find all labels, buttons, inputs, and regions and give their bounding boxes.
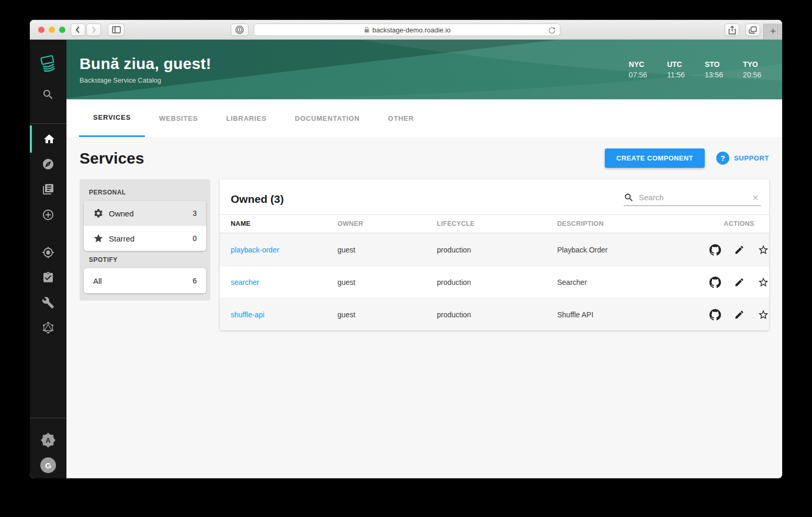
greeting-subtitle: Backstage Service Catalog bbox=[80, 76, 211, 84]
star-border-icon[interactable] bbox=[758, 309, 769, 320]
sidebar-item-home[interactable] bbox=[30, 125, 66, 153]
sidebar-item-docs[interactable] bbox=[30, 177, 66, 202]
category-tabbar: SERVICES WEBSITES LIBRARIES DOCUMENTATIO… bbox=[66, 99, 782, 137]
column-actions: ACTIONS bbox=[709, 220, 769, 227]
tab-documentation[interactable]: DOCUMENTATION bbox=[280, 99, 374, 137]
filter-starred-count: 0 bbox=[193, 234, 197, 243]
show-tabs-button[interactable] bbox=[746, 24, 760, 36]
column-owner[interactable]: OWNER bbox=[337, 220, 437, 227]
clock-nyc: NYC 07:56 bbox=[629, 60, 647, 79]
browser-toolbar: backstage-demo.roadie.io + bbox=[30, 20, 782, 40]
table-header-row: NAME OWNER LIFECYCLE DESCRIPTION ACTIONS bbox=[220, 214, 769, 233]
minimize-window-button[interactable] bbox=[49, 27, 55, 33]
filter-all[interactable]: All 6 bbox=[84, 268, 206, 293]
sidebar-item-graphql[interactable] bbox=[30, 315, 66, 340]
close-window-button[interactable] bbox=[38, 27, 44, 33]
column-lifecycle[interactable]: LIFECYCLE bbox=[437, 220, 557, 227]
traffic-lights bbox=[38, 27, 65, 33]
github-icon[interactable] bbox=[709, 277, 721, 288]
search-icon bbox=[624, 192, 634, 203]
column-description[interactable]: DESCRIPTION bbox=[557, 220, 709, 227]
filter-starred[interactable]: Starred 0 bbox=[84, 226, 206, 251]
tab-other[interactable]: OTHER bbox=[374, 99, 428, 137]
description-cell: Searcher bbox=[557, 278, 709, 286]
url-text: backstage-demo.roadie.io bbox=[373, 26, 451, 34]
catalog-filter-panel: PERSONAL Owned 3 bbox=[80, 179, 210, 301]
add-circle-icon bbox=[42, 209, 54, 221]
target-icon bbox=[42, 246, 54, 259]
star-icon bbox=[93, 233, 104, 244]
sidebar-item-tech-radar[interactable] bbox=[30, 240, 66, 265]
filter-owned[interactable]: Owned 3 bbox=[84, 201, 206, 226]
home-icon bbox=[43, 133, 55, 145]
spotify-filter-card: All 6 bbox=[84, 268, 206, 293]
clear-search-icon[interactable]: × bbox=[750, 192, 761, 203]
support-button[interactable]: ? SUPPORT bbox=[716, 152, 769, 165]
sidebar-item-settings-badge[interactable]: A bbox=[30, 428, 66, 453]
sidebar-toggle-button[interactable] bbox=[108, 24, 125, 36]
personal-filter-card: Owned 3 Starred 0 bbox=[84, 201, 206, 251]
backstage-logo-icon bbox=[38, 53, 58, 74]
avatar: G bbox=[40, 457, 56, 473]
share-icon bbox=[728, 26, 736, 35]
search-icon bbox=[42, 88, 54, 101]
help-icon: ? bbox=[716, 152, 729, 165]
column-name[interactable]: NAME bbox=[220, 220, 337, 227]
table-title: Owned (3) bbox=[231, 193, 284, 205]
edit-icon[interactable] bbox=[734, 277, 745, 288]
zoom-window-button[interactable] bbox=[59, 27, 65, 33]
forward-button[interactable] bbox=[86, 24, 101, 36]
sidebar-item-search[interactable] bbox=[30, 82, 66, 107]
edit-icon[interactable] bbox=[734, 309, 745, 320]
address-bar[interactable]: backstage-demo.roadie.io bbox=[254, 24, 560, 36]
tab-services[interactable]: SERVICES bbox=[79, 99, 145, 137]
tab-libraries[interactable]: LIBRARIES bbox=[212, 99, 280, 137]
back-button[interactable] bbox=[71, 24, 85, 36]
password-extension-button[interactable] bbox=[231, 24, 249, 36]
page-header-banner: Bună ziua, guest! Backstage Service Cata… bbox=[66, 40, 782, 99]
wrench-icon bbox=[42, 296, 54, 309]
app-sidebar: A G bbox=[30, 40, 66, 478]
github-icon[interactable] bbox=[709, 309, 721, 320]
greeting-block: Bună ziua, guest! Backstage Service Cata… bbox=[80, 55, 211, 84]
chevron-left-icon bbox=[74, 26, 82, 34]
filter-starred-label: Starred bbox=[109, 234, 134, 243]
entity-link[interactable]: shuffle-api bbox=[231, 311, 264, 319]
search-input[interactable] bbox=[639, 193, 750, 202]
filter-owned-count: 3 bbox=[193, 209, 197, 217]
lifecycle-cell: production bbox=[437, 278, 557, 286]
catalog-table-card: Owned (3) × NAME OWNER LIFECYCLE DESC bbox=[220, 179, 769, 330]
edit-icon[interactable] bbox=[734, 245, 745, 255]
new-tab-button[interactable]: + bbox=[763, 24, 782, 39]
github-icon[interactable] bbox=[709, 244, 721, 256]
owner-cell: guest bbox=[337, 246, 437, 254]
reload-button[interactable] bbox=[548, 26, 556, 36]
browser-window: backstage-demo.roadie.io + bbox=[30, 20, 782, 478]
sidebar-item-tools[interactable] bbox=[30, 290, 66, 315]
sidebar-item-checklist[interactable] bbox=[30, 265, 66, 290]
owner-cell: guest bbox=[337, 278, 437, 286]
table-row: playback-order guest production Playback… bbox=[220, 233, 769, 266]
page-content: Services CREATE COMPONENT ? SUPPORT PERS… bbox=[66, 137, 782, 478]
filter-all-label: All bbox=[93, 277, 102, 285]
description-cell: Playback Order bbox=[557, 246, 709, 254]
create-component-button[interactable]: CREATE COMPONENT bbox=[605, 148, 705, 168]
sidebar-item-explore[interactable] bbox=[30, 152, 66, 177]
entity-link[interactable]: searcher bbox=[231, 278, 259, 286]
tab-websites[interactable]: WEBSITES bbox=[145, 99, 212, 137]
share-button[interactable] bbox=[725, 24, 739, 36]
filter-heading-personal: PERSONAL bbox=[89, 189, 206, 196]
entity-link[interactable]: playback-order bbox=[231, 246, 279, 254]
reload-icon bbox=[548, 26, 556, 35]
gear-icon bbox=[93, 208, 104, 219]
description-cell: Shuffle API bbox=[557, 311, 709, 319]
lifecycle-cell: production bbox=[437, 246, 557, 254]
sidebar-item-create[interactable] bbox=[30, 202, 66, 227]
badge-a-icon: A bbox=[41, 433, 55, 447]
clock-utc: UTC 11:56 bbox=[667, 60, 685, 79]
star-border-icon[interactable] bbox=[758, 244, 769, 256]
clock-sto: STO 13:56 bbox=[705, 60, 723, 79]
star-border-icon[interactable] bbox=[758, 277, 769, 288]
chevron-right-icon bbox=[89, 26, 98, 34]
sidebar-item-user[interactable]: G bbox=[30, 453, 66, 478]
